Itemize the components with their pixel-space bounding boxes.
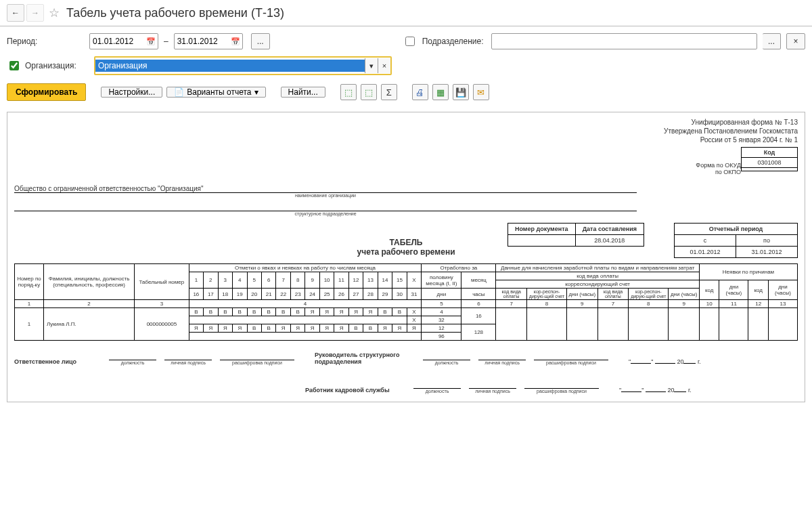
code-table: Код 0301008: [741, 147, 798, 171]
period-to-input[interactable]: 📅: [174, 33, 243, 49]
org-caption: наименование организации: [14, 193, 637, 198]
dept-caption: структурное подразделение: [14, 211, 637, 216]
organization-clear-button[interactable]: ×: [378, 58, 390, 73]
expand-icon[interactable]: ⬚: [340, 84, 357, 100]
sum-icon[interactable]: Σ: [381, 84, 397, 100]
doc-number-table: Номер документаДата составления 28.04.20…: [508, 223, 644, 247]
department-more-button[interactable]: ...: [763, 33, 781, 49]
approval-line1: Унифицированная форма № Т-13: [14, 118, 798, 127]
period-from-field[interactable]: [90, 35, 144, 47]
org-full-name: Общество с ограниченной ответственностью…: [14, 185, 637, 193]
period-dash: –: [164, 37, 168, 46]
collapse-icon[interactable]: ⬚: [361, 84, 377, 100]
generate-button[interactable]: Сформировать: [7, 83, 86, 101]
report-pane: Унифицированная форма № Т-13 Утверждена …: [7, 112, 805, 402]
report-period-table: Отчетный период спо 01.01.201231.01.2012: [674, 223, 798, 258]
favorite-icon[interactable]: ☆: [49, 5, 60, 20]
department-input[interactable]: [492, 35, 757, 47]
department-label: Подразделение:: [422, 37, 484, 46]
nav-back-button[interactable]: ←: [7, 4, 24, 22]
settings-button[interactable]: Настройки...: [101, 87, 162, 98]
page-title: Табель учета рабочего времени (Т-13): [66, 6, 284, 20]
department-input-wrap[interactable]: [491, 33, 757, 49]
organization-checkbox[interactable]: [9, 61, 19, 70]
responsible-label: Ответственное лицо: [14, 358, 89, 365]
okpo-label: по ОКПО: [715, 169, 741, 175]
period-to-field[interactable]: [175, 35, 229, 47]
nav-forward-button[interactable]: →: [26, 4, 44, 22]
period-from-input[interactable]: 📅: [89, 33, 158, 49]
print-icon[interactable]: 🖨: [412, 84, 428, 100]
find-button[interactable]: Найти...: [281, 87, 325, 98]
period-label: Период:: [7, 37, 81, 46]
organization-label: Организация:: [25, 61, 87, 70]
report-variants-button[interactable]: 📄Варианты отчета ▾: [166, 87, 265, 98]
mail-icon[interactable]: ✉: [473, 84, 489, 100]
approval-line2: Утверждена Постановлением Госкомстата: [14, 127, 798, 135]
save-icon[interactable]: 💾: [453, 84, 469, 100]
calendar-icon[interactable]: 📅: [229, 37, 242, 46]
chief-label: Руководитель структурного подразделения: [315, 352, 403, 365]
organization-input-wrap[interactable]: ▾ ×: [94, 56, 392, 75]
hr-label: Работник кадровой службы: [305, 387, 393, 394]
organization-dropdown-button[interactable]: ▾: [365, 58, 378, 73]
period-more-button[interactable]: ...: [251, 33, 270, 49]
department-clear-button[interactable]: ×: [786, 33, 805, 49]
spreadsheet-icon[interactable]: ▦: [432, 84, 449, 100]
timesheet-grid: Номер по поряд-ку Фамилия, инициалы, дол…: [14, 263, 798, 341]
okud-label: Форма по ОКУД: [696, 162, 741, 169]
department-checkbox[interactable]: [405, 37, 415, 46]
organization-input[interactable]: [95, 60, 365, 72]
report-variants-label: Варианты отчета: [187, 87, 251, 97]
calendar-icon[interactable]: 📅: [144, 37, 158, 46]
approval-line3: России от 5 января 2004 г. № 1: [14, 135, 798, 144]
